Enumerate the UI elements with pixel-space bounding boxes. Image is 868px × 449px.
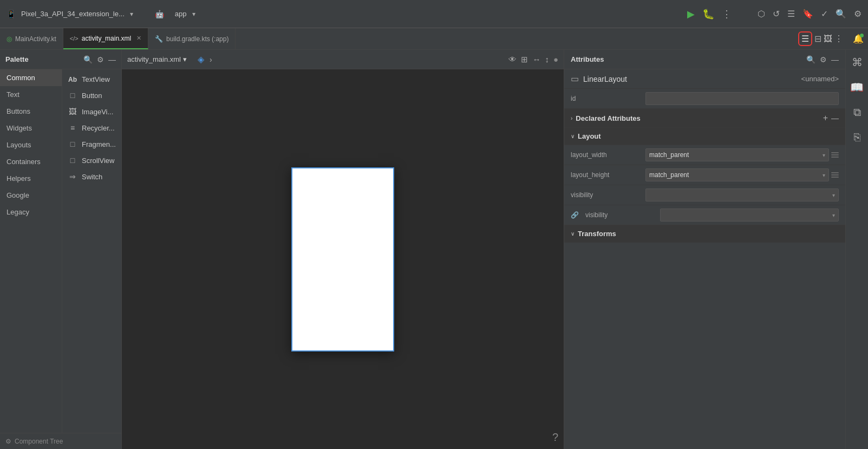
attr-transforms-section[interactable]: ∨ Transforms	[564, 225, 845, 243]
tab-icon-main-activity: ◎	[6, 35, 12, 43]
attr-visibility-dropdown[interactable]: ▾	[645, 188, 839, 201]
tabs-right-actions: ☰ ⊟ 🖼 ⋮ 🔔	[794, 28, 868, 49]
textview-label: TextView	[82, 75, 110, 83]
attr-visibility2-row: 🔗 visibility ▾	[564, 205, 845, 225]
canvas-filename-chevron: ▾	[183, 55, 187, 63]
tabs-more-button[interactable]: ⋮	[834, 34, 843, 44]
attr-settings-icon[interactable]: ⚙	[820, 55, 827, 64]
app-chevron[interactable]: ▾	[192, 10, 195, 18]
design-view-button[interactable]: 🖼	[824, 34, 832, 44]
todo-icon[interactable]: ✓	[821, 9, 828, 19]
attr-layout-width-dropdown[interactable]: match_parent ▾	[645, 148, 829, 161]
palette-widget-recyclerview[interactable]: ≡ Recycler...	[62, 120, 121, 136]
attr-id-input[interactable]	[645, 92, 839, 105]
tab-main-activity[interactable]: ◎ MainActivity.kt	[0, 28, 63, 49]
attr-visibility-dropdown-row: ▾	[645, 188, 839, 201]
canvas-nav-forward[interactable]: ›	[210, 55, 212, 64]
right-icon-face[interactable]: ⌘	[849, 54, 865, 70]
visibility2-arrow: ▾	[832, 212, 835, 218]
right-icons-panel: ⌘ 📖 ⧉ ⎘	[845, 50, 868, 449]
palette-footer: ⚙ Component Tree	[0, 433, 121, 449]
palette-header: Palette 🔍 ⚙ —	[0, 50, 121, 69]
declared-remove-icon[interactable]: —	[831, 114, 839, 122]
phone-preview	[291, 167, 394, 352]
palette-cat-legacy[interactable]: Legacy	[0, 204, 62, 220]
attr-minimize-icon[interactable]: —	[831, 55, 839, 64]
palette-minimize-icon[interactable]: —	[108, 55, 116, 64]
palette-cat-buttons[interactable]: Buttons	[0, 103, 62, 120]
palette-cat-containers[interactable]: Containers	[0, 153, 62, 170]
tab-close-button[interactable]: ✕	[136, 35, 141, 42]
attr-visibility2-label: visibility	[585, 211, 656, 219]
palette-cat-widgets[interactable]: Widgets	[0, 120, 62, 136]
palette-search-icon[interactable]: 🔍	[83, 55, 93, 64]
right-icon-copy[interactable]: ⎘	[849, 129, 865, 145]
layout-width-value: match_parent	[649, 151, 689, 159]
notification-button[interactable]: 🔔	[853, 34, 864, 44]
palette-widget-textview[interactable]: Ab TextView	[62, 71, 121, 87]
palette-widget-switch[interactable]: ⇒ Switch	[62, 168, 121, 185]
more-actions-button[interactable]: ⋮	[722, 8, 732, 20]
tab-label-build-gradle: build.gradle.kts (:app)	[166, 35, 229, 43]
layout-height-value: match_parent	[649, 171, 689, 179]
palette-widget-imageview[interactable]: 🖼 ImageVi...	[62, 103, 121, 120]
layout-inspector-icon[interactable]: ⬡	[758, 9, 765, 19]
bookmarks-icon[interactable]: 🔖	[802, 9, 813, 19]
layout-height-drag-handle[interactable]	[831, 171, 839, 179]
canvas-arrow-h-icon[interactable]: ↔	[532, 55, 540, 64]
palette-widget-fragment[interactable]: □ Fragmen...	[62, 136, 121, 152]
button-icon: □	[68, 91, 77, 100]
refactor-icon[interactable]: ↺	[773, 9, 780, 19]
tab-activity-main-xml[interactable]: </> activity_main.xml ✕	[63, 28, 148, 49]
attr-search-icon[interactable]: 🔍	[806, 55, 815, 64]
attr-layout-height-dropdown[interactable]: match_parent ▾	[645, 168, 829, 181]
transforms-section-title: Transforms	[578, 230, 839, 238]
canvas-layer-icon[interactable]: ◈	[198, 54, 204, 64]
scrollview-icon: □	[68, 156, 77, 165]
attr-declared-section[interactable]: › Declared Attributes + —	[564, 109, 845, 128]
declared-section-title: Declared Attributes	[576, 114, 819, 122]
component-tree-label[interactable]: Component Tree	[15, 438, 63, 445]
search-everywhere-icon[interactable]: 🔍	[836, 9, 846, 19]
palette-cat-layouts[interactable]: Layouts	[0, 136, 62, 153]
device-chevron[interactable]: ▾	[130, 10, 133, 18]
fragment-label: Fragmen...	[82, 140, 116, 148]
scrollview-label: ScrollView	[82, 157, 114, 165]
button-label: Button	[82, 92, 102, 100]
palette-cat-google[interactable]: Google	[0, 187, 62, 204]
palette-cat-common[interactable]: Common	[0, 69, 62, 86]
canvas-filename[interactable]: activity_main.xml ▾	[127, 55, 187, 63]
attr-layout-section[interactable]: ∨ Layout	[564, 128, 845, 145]
tab-build-gradle[interactable]: 🔧 build.gradle.kts (:app)	[148, 28, 236, 49]
settings-icon[interactable]: ⚙	[854, 9, 862, 19]
structure-icon[interactable]: ☰	[787, 9, 795, 19]
palette-cat-text[interactable]: Text	[0, 86, 62, 103]
layout-width-drag-handle[interactable]	[831, 151, 839, 159]
palette-settings-icon[interactable]: ⚙	[97, 55, 104, 64]
canvas-question-icon[interactable]: ?	[552, 431, 558, 444]
palette-widget-button[interactable]: □ Button	[62, 87, 121, 103]
layout-width-arrow: ▾	[823, 152, 825, 158]
right-icon-book[interactable]: 📖	[849, 79, 865, 95]
debug-button[interactable]: 🐛	[702, 8, 714, 20]
declared-add-icon[interactable]: +	[823, 113, 828, 123]
attr-visibility2-dropdown[interactable]: ▾	[660, 209, 839, 222]
split-view-button[interactable]: ⊟	[814, 34, 821, 44]
palette-cat-helpers[interactable]: Helpers	[0, 170, 62, 187]
run-button[interactable]: ▶	[687, 8, 695, 20]
code-view-button[interactable]: ☰	[798, 31, 812, 46]
palette-widget-scrollview[interactable]: □ ScrollView	[62, 152, 121, 168]
attr-visibility2-icon: 🔗	[571, 211, 579, 219]
canvas-arrow-v-icon[interactable]: ↕	[545, 55, 549, 64]
device-icon: 📱	[6, 10, 16, 18]
canvas-grid-icon[interactable]: ⊞	[521, 55, 528, 64]
canvas-info-icon[interactable]: ●	[553, 55, 558, 64]
transforms-chevron-icon: ∨	[571, 231, 575, 237]
canvas-eye-icon[interactable]: 👁	[508, 55, 517, 64]
imageview-label: ImageVi...	[82, 108, 113, 116]
canvas-area[interactable]: ?	[122, 69, 564, 449]
right-icon-layers[interactable]: ⧉	[849, 104, 865, 120]
title-bar: 📱 Pixel_3a_API_34_extension_le... ▾ 🤖 ap…	[0, 0, 868, 28]
canvas-toolbar: activity_main.xml ▾ ◈ › 👁 ⊞ ↔ ↕ ●	[122, 50, 564, 69]
component-unnamed: <unnamed>	[801, 75, 839, 83]
